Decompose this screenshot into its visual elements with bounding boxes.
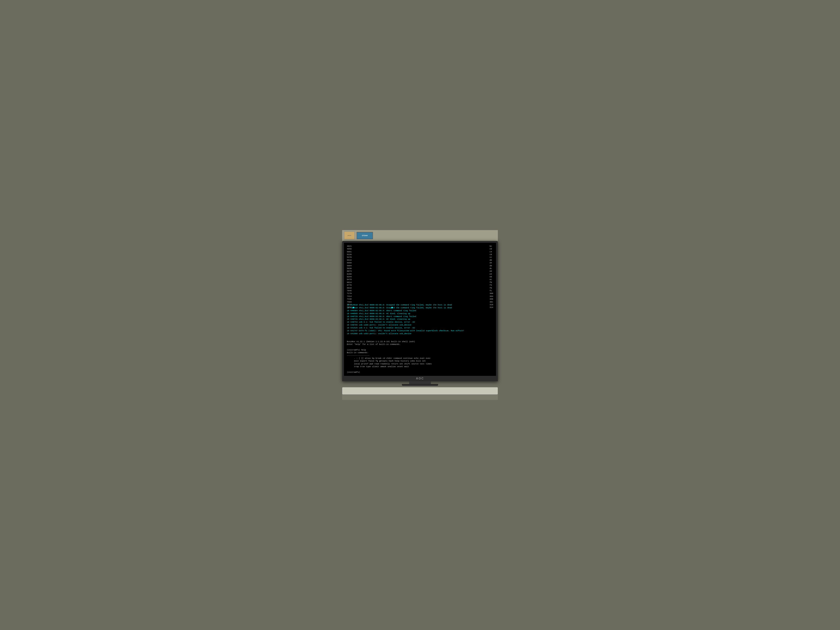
builtin-commands-separator: ------------------- bbox=[347, 354, 493, 357]
num-7179: 7179 bbox=[347, 292, 393, 295]
monitor-screen: 4821 4956 5091 5226 5370 5534 5669 5804 … bbox=[344, 243, 496, 376]
num-7852: 7852 bbox=[347, 306, 393, 309]
val-310: 310 bbox=[489, 303, 493, 306]
builtin-commands-line3: local printf pwd read readonly return se… bbox=[347, 363, 493, 365]
val-ec: ec bbox=[489, 278, 493, 281]
val-cc: cc bbox=[489, 256, 493, 259]
num-6614: 6614 bbox=[347, 281, 393, 284]
shell-section: BusyBox v1.22.1 (Debian 1:1.22.0-19) bui… bbox=[347, 338, 493, 374]
num-7583: 7583 bbox=[347, 301, 393, 303]
busybox-version: BusyBox v1.22.1 (Debian 1:1.22.0-19) bui… bbox=[347, 340, 493, 343]
shell-blank-1 bbox=[347, 338, 493, 340]
val-300: 300 bbox=[489, 292, 493, 295]
log-line-11: 19 641988 usb usb3-port1: couldn't alloc… bbox=[347, 332, 493, 335]
num-7717: 7717 bbox=[347, 303, 393, 306]
val-e8: e8 bbox=[489, 276, 493, 278]
val-d0: d0 bbox=[489, 259, 493, 262]
shell-blank-3 bbox=[347, 368, 493, 371]
builtin-commands-line4: trap true type ulimit umask unalias unse… bbox=[347, 365, 493, 368]
log-line-6: 19 640731 xhci_hcd 0000:03:00.0: HC died… bbox=[347, 318, 493, 321]
num-6910: 6910 bbox=[347, 287, 393, 289]
wall-area: photo СГОАН bbox=[342, 230, 498, 241]
val-c0: c0 bbox=[489, 248, 493, 250]
val-e4: e4 bbox=[489, 273, 493, 276]
val-d8: d8 bbox=[489, 264, 493, 267]
right-values-column: bc c0 c4 c8 cc d0 d4 d8 dc e0 e4 e8 ec f… bbox=[489, 245, 493, 309]
builtin-commands-line2: exit export false fg getopts hash help h… bbox=[347, 360, 493, 362]
num-6209: 6209 bbox=[347, 273, 393, 276]
val-f4: f4 bbox=[489, 284, 493, 287]
builtin-commands-header: Built-in commands: bbox=[347, 351, 493, 354]
initramfs-help-cmd: (initramfs) help bbox=[347, 349, 493, 351]
log-line-9: 19 641525 usb 3-1: hub failed to enable … bbox=[347, 327, 493, 330]
val-fc: fc bbox=[489, 289, 493, 292]
num-6344: 6344 bbox=[347, 276, 393, 278]
num-4821: 4821 bbox=[347, 245, 393, 248]
num-7314: 7314 bbox=[347, 295, 393, 298]
num-5370: 5370 bbox=[347, 256, 393, 259]
val-314: 314 bbox=[489, 306, 493, 309]
floor-area bbox=[342, 395, 498, 400]
shell-blank-2 bbox=[347, 346, 493, 349]
left-numbers-column: 4821 4956 5091 5226 5370 5534 5669 5804 … bbox=[347, 245, 393, 309]
log-line-10: 19 641747 EXT4-fs (sda5): VFS: Found ext… bbox=[347, 330, 493, 332]
val-f0: f0 bbox=[489, 281, 493, 284]
builtin-commands-line1: . : [ [[ alias bg break cd chdir command… bbox=[347, 357, 493, 360]
log-line-3: 19 640384 xhci_hcd 0000:02:00.0: Abort c… bbox=[347, 309, 493, 312]
log-line-5: 19 640729 xhci_hcd 0000:03:00.0: Abort c… bbox=[347, 315, 493, 318]
monitor-base bbox=[402, 384, 438, 386]
wall-sign: СГОАН bbox=[357, 232, 373, 239]
num-7045: 7045 bbox=[347, 289, 393, 292]
monitor-brand-label: AOC bbox=[416, 377, 424, 380]
keyboard[interactable] bbox=[342, 387, 498, 395]
monitor-outer: 4821 4956 5091 5226 5370 5534 5669 5804 … bbox=[342, 241, 498, 381]
val-dc: dc bbox=[489, 267, 493, 270]
val-30c: 30c bbox=[489, 301, 493, 303]
num-5091: 5091 bbox=[347, 251, 393, 253]
num-5226: 5226 bbox=[347, 253, 393, 256]
num-7448: 7448 bbox=[347, 298, 393, 300]
log-line-4: 19 640565 xhci_hcd 0000:02:00.0: HC died… bbox=[347, 312, 493, 315]
room-background: photo СГОАН 4821 4956 5091 5226 5370 553… bbox=[338, 226, 502, 404]
num-6479: 6479 bbox=[347, 278, 393, 281]
num-5939: 5939 bbox=[347, 267, 393, 270]
num-5804: 5804 bbox=[347, 264, 393, 267]
monitor-bezel-bottom: AOC bbox=[344, 376, 496, 381]
val-e0: e0 bbox=[489, 270, 493, 273]
log-line-8: 19 640765 usb usb6-port1: couldn't alloc… bbox=[347, 324, 493, 327]
monitor-stand bbox=[409, 381, 431, 384]
val-bc: bc bbox=[489, 245, 493, 248]
num-5534: 5534 bbox=[347, 259, 393, 262]
busybox-help-hint: Enter 'help' for a list of built-in comm… bbox=[347, 343, 493, 346]
initramfs-prompt[interactable]: (initramfs) bbox=[347, 371, 493, 374]
log-line-7: 19 640753 usb 6-1: hub failed to enable … bbox=[347, 321, 493, 324]
val-c8: c8 bbox=[489, 253, 493, 256]
num-4956: 4956 bbox=[347, 248, 393, 250]
val-f8: f8 bbox=[489, 287, 493, 289]
val-304: 304 bbox=[489, 295, 493, 298]
val-c4: c4 bbox=[489, 251, 493, 253]
num-5669: 5669 bbox=[347, 262, 393, 264]
wall-photo: photo bbox=[344, 231, 355, 240]
num-6073: 6073 bbox=[347, 270, 393, 273]
num-6776: 6776 bbox=[347, 284, 393, 287]
val-308: 308 bbox=[489, 298, 493, 300]
val-d4: d4 bbox=[489, 262, 493, 264]
